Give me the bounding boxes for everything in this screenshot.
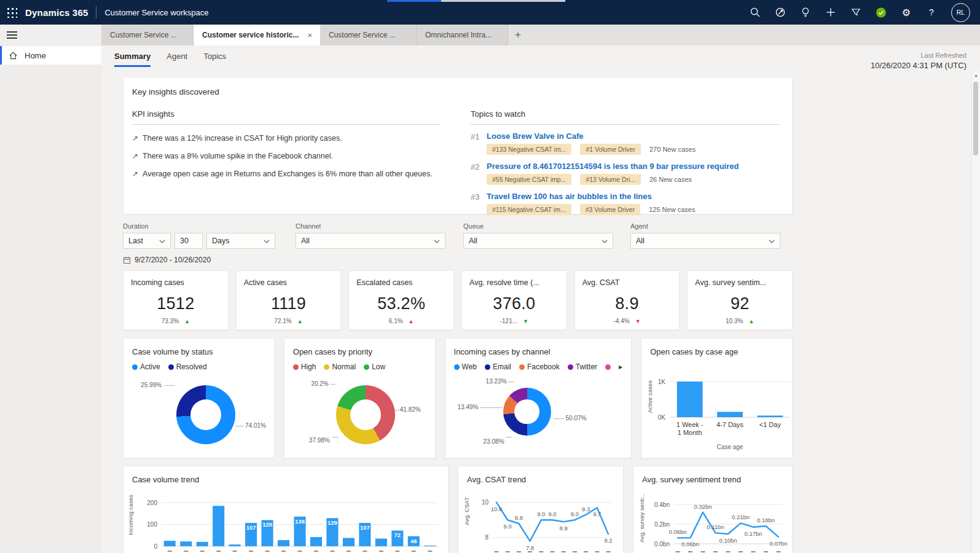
scrollbar-thumb[interactable] — [973, 82, 978, 155]
volume-driver-badge[interactable]: #3 Volume Driver — [580, 204, 641, 215]
chart-case-volume-trend: Case volume trend Incoming cases 0100200… — [123, 466, 449, 553]
duration-mode-select[interactable]: Last — [123, 233, 171, 249]
topic-item-1: #1 Loose Brew Valve in Cafe #133 Negativ… — [471, 131, 779, 155]
topic-link[interactable]: Loose Brew Valve in Cafe — [487, 131, 696, 141]
legend-overflow-arrow-icon[interactable]: ▶ — [619, 364, 622, 370]
tab-topics[interactable]: Topics — [203, 52, 226, 67]
legend-dot-icon — [519, 364, 525, 370]
kpi-escalated-cases[interactable]: Escalated cases 53.2% 6.1%▲ — [348, 270, 454, 330]
tab-customer-service-historical[interactable]: Customer service historic... × — [194, 25, 320, 45]
legend-item[interactable]: Active — [132, 363, 160, 371]
insight-text: There was a 12% increase in CSAT for Hig… — [143, 134, 342, 143]
top-navbar: Dynamics 365 Customer Service workspace … — [0, 0, 980, 25]
svg-text:0.18bn: 0.18bn — [757, 517, 775, 524]
svg-text:1K: 1K — [658, 378, 666, 385]
svg-text:10.0: 10.0 — [491, 506, 503, 512]
svg-text:9.7: 9.7 — [593, 511, 601, 517]
sidebar-item-home[interactable]: Home — [0, 46, 101, 65]
settings-gear-icon[interactable]: ⚙ — [901, 7, 912, 18]
legend-item[interactable]: Resolved — [168, 363, 207, 371]
tab-customer-service-2[interactable]: Customer Service ... — [320, 25, 417, 45]
legend-item[interactable]: Facebook — [519, 363, 560, 371]
tab-summary[interactable]: Summary — [114, 52, 151, 67]
topic-item-3: #3 Travel Brew 100 has air bubbles in th… — [471, 192, 779, 215]
kpi-change: -121... — [500, 318, 517, 324]
donut-chart[interactable] — [176, 385, 235, 444]
trend-arrow-icon: ▲ — [748, 318, 754, 324]
trend-arrow-icon: ▼ — [635, 318, 641, 324]
key-insights-card: Key insights discovered KPI insights ↗Th… — [123, 77, 793, 214]
slice-label: 50.07% — [566, 415, 587, 422]
filter-icon[interactable] — [850, 7, 861, 18]
kpi-change: 72.1% — [274, 318, 291, 324]
legend-item[interactable]: Email — [485, 363, 511, 371]
topic-rank: #3 — [471, 192, 487, 215]
bar-chart[interactable]: 01002001071201361291077246 — [132, 485, 443, 553]
trend-up-right-icon: ↗ — [132, 152, 138, 160]
filter-bar: Duration Last 30 Days 9/27/2020 - 10/26/… — [123, 222, 793, 269]
add-icon[interactable] — [825, 7, 836, 18]
legend-dot-icon — [364, 364, 369, 370]
legend-item[interactable]: Twitter — [568, 363, 597, 371]
line-chart[interactable]: 0.4bn0.2bn0.0bn0.06bn0.06bn0.32bn0.11bn0… — [638, 485, 788, 553]
channel-select[interactable]: All — [296, 233, 445, 249]
svg-text:0K: 0K — [658, 414, 666, 421]
topic-link[interactable]: Pressure of 8.46170121514594 is less tha… — [487, 162, 739, 171]
tab-customer-service-1[interactable]: Customer Service ... — [101, 25, 194, 45]
svg-text:7.8: 7.8 — [526, 544, 534, 551]
last-refreshed-label: Last Refreshed — [871, 52, 966, 59]
close-tab-icon[interactable]: × — [307, 31, 312, 40]
kpi-title: Escalated cases — [356, 278, 412, 287]
hamburger-menu-icon[interactable] — [7, 29, 17, 41]
svg-text:0.32bn: 0.32bn — [694, 503, 711, 510]
compass-icon[interactable] — [775, 7, 786, 18]
bar-chart[interactable]: 1K0K1 Week -1 Month4-7 Days<1 DayCase ag… — [654, 374, 795, 454]
duration-value-input[interactable]: 30 — [174, 233, 203, 249]
csat-impact-badge[interactable]: #55 Negative CSAT imp... — [487, 174, 571, 185]
agent-select[interactable]: All — [630, 233, 780, 249]
svg-text:0.17bn: 0.17bn — [744, 530, 762, 537]
line-chart[interactable]: 10810.09.08.87.89.09.08.99.09.39.78.2 — [462, 485, 619, 553]
kpi-avg-resolve-time[interactable]: Avg. resolve time (... 376.0 -121...▼ — [461, 270, 567, 330]
tab-label: Customer Service ... — [329, 31, 396, 39]
scroll-up-icon[interactable]: ▲ — [972, 73, 980, 77]
donut-chart[interactable] — [336, 385, 395, 444]
legend-dot-icon — [454, 364, 460, 370]
svg-text:0: 0 — [154, 543, 157, 550]
kpi-avg-survey-sentiment[interactable]: Avg. survey sentim... 92 10.3%▲ — [687, 270, 793, 330]
csat-impact-badge[interactable]: #115 Negative CSAT im... — [487, 204, 571, 215]
kpi-avg-csat[interactable]: Avg. CSAT 8.9 -4.4%▼ — [574, 270, 680, 330]
app-name[interactable]: Customer Service workspace — [104, 8, 208, 17]
app-launcher-icon[interactable] — [7, 7, 17, 18]
tab-agent[interactable]: Agent — [167, 52, 187, 67]
duration-unit-select[interactable]: Days — [206, 233, 275, 249]
user-avatar[interactable]: RL — [951, 3, 970, 22]
help-icon[interactable]: ? — [926, 7, 937, 18]
vertical-scrollbar[interactable]: ▲ — [971, 71, 980, 553]
legend-item[interactable]: High — [293, 363, 316, 371]
kpi-incoming-cases[interactable]: Incoming cases 1512 73.3%▲ — [123, 270, 229, 330]
search-icon[interactable] — [750, 7, 761, 18]
legend-item[interactable]: Web — [454, 363, 477, 371]
new-tab-button[interactable]: + — [508, 25, 528, 45]
new-cases-count: 125 New cases — [649, 206, 695, 213]
kpi-active-cases[interactable]: Active cases 1119 72.1%▲ — [236, 270, 342, 330]
legend-item[interactable] — [605, 364, 611, 370]
kpi-insight-item: ↗There was a 8% volume spike in the Face… — [132, 152, 439, 160]
volume-driver-badge[interactable]: #1 Volume Driver — [580, 144, 641, 155]
kpi-title: Avg. CSAT — [582, 278, 620, 287]
csat-impact-badge[interactable]: #133 Negative CSAT im... — [487, 144, 571, 155]
topic-link[interactable]: Travel Brew 100 has air bubbles in the l… — [487, 192, 695, 201]
svg-text:0.06bn: 0.06bn — [681, 541, 699, 547]
lightbulb-icon[interactable] — [800, 7, 811, 18]
queue-select[interactable]: All — [463, 233, 613, 249]
svg-text:120: 120 — [262, 521, 272, 528]
volume-driver-badge[interactable]: #13 Volume Dri... — [580, 174, 641, 185]
tab-omnichannel[interactable]: Omnichannel Intra... — [417, 25, 508, 45]
svg-text:46: 46 — [410, 538, 417, 544]
topics-to-watch-section: Topics to watch #1 Loose Brew Valve in C… — [471, 109, 779, 215]
donut-chart[interactable] — [503, 388, 551, 436]
presence-available-icon[interactable] — [876, 7, 887, 18]
legend-item[interactable]: Normal — [324, 363, 356, 371]
legend-item[interactable]: Low — [364, 363, 385, 371]
